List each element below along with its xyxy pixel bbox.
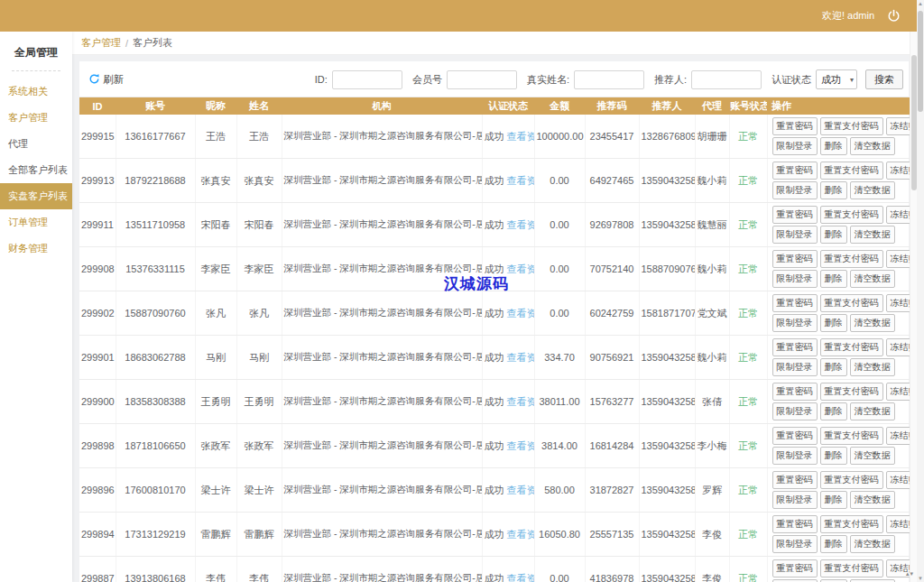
filter-realname-input[interactable] [574, 70, 644, 89]
delete-button[interactable]: 删除 [820, 447, 847, 465]
freeze-account-button[interactable]: 冻结账号 [886, 294, 910, 312]
reset-password-button[interactable]: 重置密码 [772, 383, 818, 401]
freeze-account-button[interactable]: 冻结账号 [886, 162, 910, 180]
clear-data-button[interactable]: 清空数据 [850, 491, 895, 509]
view-profile-link[interactable]: 查看资料 [507, 131, 534, 142]
reset-password-button[interactable]: 重置密码 [772, 471, 818, 489]
clear-data-button[interactable]: 清空数据 [850, 402, 895, 420]
reset-password-button[interactable]: 重置密码 [772, 427, 818, 445]
clear-data-button[interactable]: 清空数据 [850, 181, 895, 199]
reset-password-button[interactable]: 重置密码 [772, 162, 818, 180]
auth-status-select[interactable]: 成功 ▾ [816, 69, 857, 89]
reset-pay-password-button[interactable]: 重置支付密码 [820, 427, 883, 445]
clear-data-button[interactable]: 清空数据 [850, 226, 895, 244]
sidebar-item-agent[interactable]: 代理 [0, 131, 72, 157]
freeze-account-button[interactable]: 冻结账号 [886, 471, 910, 489]
delete-button[interactable]: 删除 [820, 535, 847, 553]
restrict-login-button[interactable]: 限制登录 [772, 226, 818, 244]
clear-data-button[interactable]: 清空数据 [850, 447, 895, 465]
reset-pay-password-button[interactable]: 重置支付密码 [820, 162, 883, 180]
freeze-account-button[interactable]: 冻结账号 [886, 427, 910, 445]
reset-password-button[interactable]: 重置密码 [772, 250, 818, 268]
sidebar-item-customer-management[interactable]: 客户管理 [0, 105, 72, 131]
view-profile-link[interactable]: 查看资料 [507, 219, 534, 230]
sidebar-item-orders[interactable]: 订单管理 [0, 209, 72, 236]
reset-password-button[interactable]: 重置密码 [772, 515, 818, 533]
delete-button[interactable]: 删除 [820, 226, 847, 244]
delete-button[interactable]: 删除 [820, 491, 847, 509]
filter-member-input[interactable] [447, 70, 517, 89]
restrict-login-button[interactable]: 限制登录 [772, 181, 818, 199]
freeze-account-button[interactable]: 冻结账号 [886, 515, 910, 533]
scroll-down-icon[interactable]: ▼ [917, 576, 924, 581]
reset-password-button[interactable]: 重置密码 [772, 338, 818, 356]
view-profile-link[interactable]: 查看资料 [507, 263, 534, 274]
filter-referrer-input[interactable] [691, 70, 762, 89]
search-button[interactable]: 搜索 [865, 69, 903, 89]
refresh-button[interactable]: 刷新 [88, 73, 124, 87]
reset-password-button[interactable]: 重置密码 [772, 559, 818, 577]
restrict-login-button[interactable]: 限制登录 [772, 491, 818, 509]
reset-pay-password-button[interactable]: 重置支付密码 [820, 117, 883, 135]
inner-scrollbar[interactable] [910, 32, 917, 582]
reset-pay-password-button[interactable]: 重置支付密码 [820, 471, 883, 489]
table-row: 299911 13511710958 宋阳春 宋阳春 深圳营业部 - 深圳市期之… [79, 203, 910, 247]
refresh-label: 刷新 [103, 73, 124, 87]
clear-data-button[interactable]: 清空数据 [850, 535, 895, 553]
breadcrumb-parent[interactable]: 客户管理 [81, 36, 121, 50]
view-profile-link[interactable]: 查看资料 [507, 529, 534, 540]
reset-password-button[interactable]: 重置密码 [772, 294, 818, 312]
window-scrollbar-thumb[interactable] [918, 11, 923, 112]
logout-power-icon[interactable] [887, 9, 901, 23]
table-row: 299887 13913806168 李伟 李伟 深圳营业部 - 深圳市期之源咨… [79, 557, 910, 582]
reset-pay-password-button[interactable]: 重置支付密码 [820, 559, 883, 577]
filter-id-input[interactable] [332, 70, 402, 89]
clear-data-button[interactable]: 清空数据 [850, 270, 895, 288]
reset-pay-password-button[interactable]: 重置支付密码 [820, 294, 883, 312]
clear-data-button[interactable]: 清空数据 [850, 358, 895, 376]
delete-button[interactable]: 删除 [820, 181, 847, 199]
delete-button[interactable]: 删除 [820, 402, 847, 420]
reset-password-button[interactable]: 重置密码 [772, 206, 818, 224]
freeze-account-button[interactable]: 冻结账号 [886, 250, 910, 268]
reset-pay-password-button[interactable]: 重置支付密码 [820, 206, 883, 224]
view-profile-link[interactable]: 查看资料 [507, 440, 534, 451]
reset-password-button[interactable]: 重置密码 [772, 117, 818, 135]
freeze-account-button[interactable]: 冻结账号 [886, 338, 910, 356]
window-scrollbar[interactable]: ▲ ▼ [917, 0, 924, 582]
scroll-up-icon[interactable]: ▲ [917, 1, 924, 6]
reset-pay-password-button[interactable]: 重置支付密码 [820, 338, 883, 356]
reset-pay-password-button[interactable]: 重置支付密码 [820, 383, 883, 401]
restrict-login-button[interactable]: 限制登录 [772, 402, 818, 420]
sidebar-item-live-customers[interactable]: 实盘客户列表 [0, 183, 72, 209]
reset-pay-password-button[interactable]: 重置支付密码 [820, 515, 883, 533]
restrict-login-button[interactable]: 限制登录 [772, 535, 818, 553]
delete-button[interactable]: 删除 [820, 314, 847, 332]
view-profile-link[interactable]: 查看资料 [507, 175, 534, 186]
restrict-login-button[interactable]: 限制登录 [772, 447, 818, 465]
clear-data-button[interactable]: 清空数据 [850, 137, 895, 155]
freeze-account-button[interactable]: 冻结账号 [886, 206, 910, 224]
delete-button[interactable]: 删除 [820, 270, 847, 288]
view-profile-link[interactable]: 查看资料 [507, 352, 534, 363]
view-profile-link[interactable]: 查看资料 [507, 485, 534, 495]
org-value: 深圳营业部 - 深圳市期之源咨询服务有限公司-居间代表（刘俊杰） [284, 263, 483, 273]
sidebar-item-all-customers[interactable]: 全部客户列表 [0, 157, 72, 183]
sidebar-item-finance[interactable]: 财务管理 [0, 236, 72, 262]
view-profile-link[interactable]: 查看资料 [507, 573, 534, 582]
cell-name: 张真安 [236, 159, 282, 203]
restrict-login-button[interactable]: 限制登录 [772, 358, 818, 376]
view-profile-link[interactable]: 查看资料 [507, 308, 534, 319]
restrict-login-button[interactable]: 限制登录 [772, 137, 818, 155]
delete-button[interactable]: 删除 [820, 137, 847, 155]
reset-pay-password-button[interactable]: 重置支付密码 [820, 250, 883, 268]
freeze-account-button[interactable]: 冻结账号 [886, 383, 910, 401]
view-profile-link[interactable]: 查看资料 [507, 396, 534, 407]
delete-button[interactable]: 删除 [820, 358, 847, 376]
sidebar-item-system[interactable]: 系统相关 [0, 79, 72, 105]
id-value: 299901 [81, 352, 115, 363]
restrict-login-button[interactable]: 限制登录 [772, 314, 818, 332]
restrict-login-button[interactable]: 限制登录 [772, 270, 818, 288]
freeze-account-button[interactable]: 冻结账号 [886, 117, 910, 135]
clear-data-button[interactable]: 清空数据 [850, 314, 895, 332]
